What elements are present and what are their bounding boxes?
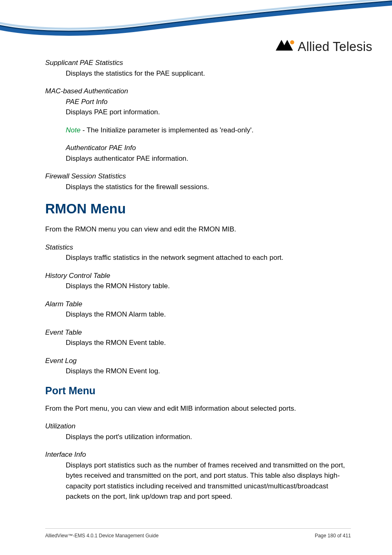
term-pae-port: PAE Port Info: [66, 97, 351, 107]
desc-statistics: Displays traffic statistics in the netwo…: [66, 252, 351, 263]
header: Allied Telesis: [0, 0, 392, 58]
note-initialize: Note - The Initialize parameter is imple…: [66, 125, 351, 136]
footer: AlliedView™-EMS 4.0.1 Device Management …: [45, 528, 351, 539]
term-auth-pae: Authenticator PAE Info: [66, 143, 351, 153]
heading-rmon: RMON Menu: [45, 201, 351, 217]
brand-logo: Allied Telesis: [276, 39, 372, 55]
footer-right: Page 180 of 411: [315, 533, 351, 539]
desc-interface-info: Displays port statistics such as the num…: [66, 460, 351, 502]
logo-mark-icon: [276, 39, 295, 55]
heading-port: Port Menu: [45, 385, 351, 397]
content: Supplicant PAE Statistics Displays the s…: [0, 58, 392, 502]
logo-text: Allied Telesis: [298, 39, 372, 54]
page: Allied Telesis Supplicant PAE Statistics…: [0, 0, 392, 555]
desc-alarm: Displays the RMON Alarm table.: [66, 309, 351, 320]
term-mac-auth: MAC-based Authentication: [45, 86, 351, 97]
desc-firewall: Displays the statistics for the firewall…: [66, 182, 351, 192]
port-intro: From the Port menu, you can view and edi…: [45, 403, 351, 414]
desc-supplicant: Displays the statistics for the PAE supp…: [66, 68, 351, 79]
svg-point-2: [290, 40, 294, 44]
rmon-intro: From the RMON menu you can view and edit…: [45, 224, 351, 235]
note-text: - The Initialize parameter is implemente…: [81, 126, 254, 134]
term-event-log: Event Log: [45, 356, 351, 366]
term-interface-info: Interface Info: [45, 449, 351, 460]
desc-event-table: Displays the RMON Event table.: [66, 338, 351, 348]
term-supplicant: Supplicant PAE Statistics: [45, 58, 351, 68]
note-label: Note: [66, 126, 81, 134]
term-history: History Control Table: [45, 271, 351, 281]
footer-left: AlliedView™-EMS 4.0.1 Device Management …: [45, 533, 159, 539]
desc-utilization: Displays the port's utilization informat…: [66, 432, 351, 442]
desc-history: Displays the RMON History table.: [66, 281, 351, 291]
desc-pae-port: Displays PAE port information.: [66, 107, 351, 118]
desc-auth-pae: Displays authenticator PAE information.: [66, 153, 351, 164]
term-event-table: Event Table: [45, 327, 351, 338]
term-firewall: Firewall Session Statistics: [45, 171, 351, 182]
term-statistics: Statistics: [45, 242, 351, 253]
term-utilization: Utilization: [45, 421, 351, 432]
term-alarm: Alarm Table: [45, 299, 351, 310]
desc-event-log: Displays the RMON Event log.: [66, 366, 351, 377]
